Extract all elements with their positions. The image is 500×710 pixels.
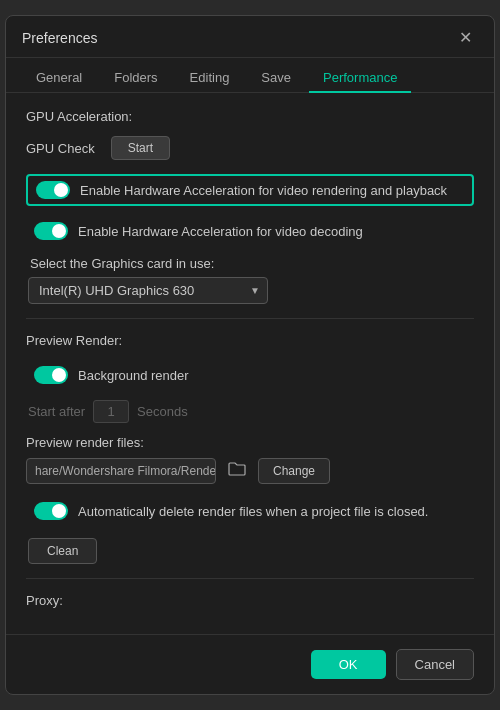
render-files-label: Preview render files: <box>26 435 474 450</box>
start-after-label: Start after <box>28 404 85 419</box>
tab-folders[interactable]: Folders <box>100 64 171 93</box>
background-render-toggle[interactable] <box>34 366 68 384</box>
proxy-section: Proxy: <box>26 593 474 608</box>
auto-delete-label: Automatically delete render files when a… <box>78 504 428 519</box>
section-divider-2 <box>26 578 474 579</box>
select-graphics-label: Select the Graphics card in use: <box>28 256 474 271</box>
auto-delete-row: Automatically delete render files when a… <box>26 496 474 526</box>
ok-button[interactable]: OK <box>311 650 386 679</box>
graphics-card-select[interactable]: Intel(R) UHD Graphics 630 <box>28 277 268 304</box>
hardware-accel-decode-row: Enable Hardware Acceleration for video d… <box>26 216 474 246</box>
tab-performance[interactable]: Performance <box>309 64 411 93</box>
gpu-acceleration-label: GPU Acceleration: <box>26 109 474 124</box>
render-path-display: hare/Wondershare Filmora/Render <box>26 458 216 484</box>
hardware-accel-render-label: Enable Hardware Acceleration for video r… <box>80 183 447 198</box>
start-after-row: Start after Seconds <box>26 400 474 423</box>
dialog-title: Preferences <box>22 30 97 46</box>
cancel-button[interactable]: Cancel <box>396 649 474 680</box>
gpu-check-label: GPU Check <box>26 141 95 156</box>
background-render-row: Background render <box>26 360 474 390</box>
change-button[interactable]: Change <box>258 458 330 484</box>
preview-render-section: Preview Render: Background render Start … <box>26 333 474 564</box>
hardware-accel-decode-toggle[interactable] <box>34 222 68 240</box>
auto-delete-toggle[interactable] <box>34 502 68 520</box>
hardware-accel-decode-label: Enable Hardware Acceleration for video d… <box>78 224 363 239</box>
section-divider-1 <box>26 318 474 319</box>
title-bar: Preferences ✕ <box>6 16 494 58</box>
start-after-input[interactable] <box>93 400 129 423</box>
close-button[interactable]: ✕ <box>453 26 478 49</box>
tabs-bar: General Folders Editing Save Performance <box>6 58 494 93</box>
hardware-accel-render-row: Enable Hardware Acceleration for video r… <box>26 174 474 206</box>
proxy-label: Proxy: <box>26 593 474 608</box>
tab-editing[interactable]: Editing <box>176 64 244 93</box>
folder-icon-button[interactable] <box>224 459 250 483</box>
preferences-dialog: Preferences ✕ General Folders Editing Sa… <box>5 15 495 695</box>
gpu-check-row: GPU Check Start <box>26 136 474 160</box>
hardware-accel-render-toggle[interactable] <box>36 181 70 199</box>
tab-save[interactable]: Save <box>247 64 305 93</box>
preview-render-label: Preview Render: <box>26 333 474 348</box>
clean-button[interactable]: Clean <box>28 538 97 564</box>
content-area: GPU Acceleration: GPU Check Start Enable… <box>6 93 494 636</box>
seconds-label: Seconds <box>137 404 188 419</box>
tab-general[interactable]: General <box>22 64 96 93</box>
graphics-card-section: Select the Graphics card in use: Intel(R… <box>26 256 474 304</box>
graphics-select-wrapper: Intel(R) UHD Graphics 630 ▼ <box>28 277 268 304</box>
dialog-footer: OK Cancel <box>6 634 494 694</box>
render-path-row: hare/Wondershare Filmora/Render Change <box>26 458 474 484</box>
gpu-start-button[interactable]: Start <box>111 136 170 160</box>
background-render-label: Background render <box>78 368 189 383</box>
